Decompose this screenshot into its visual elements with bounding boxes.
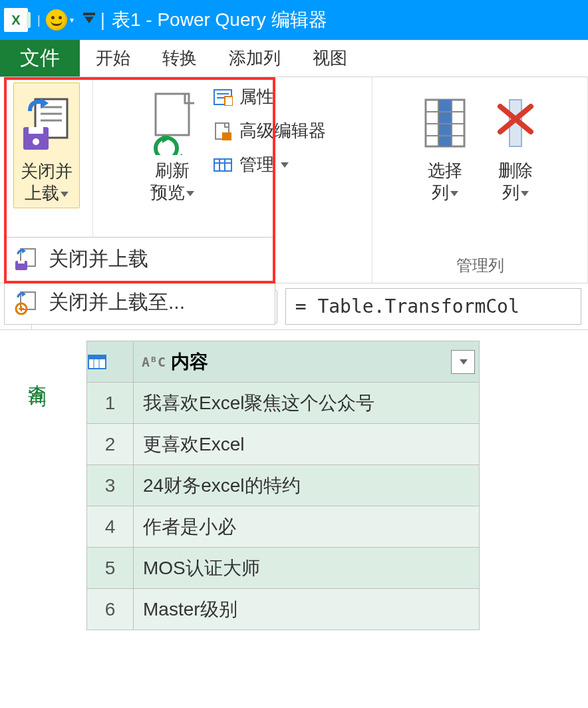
- table-row[interactable]: 4作者是小必: [87, 506, 480, 548]
- row-number: 1: [87, 383, 134, 424]
- chevron-down-icon: [460, 359, 468, 365]
- advanced-editor-icon: [212, 122, 234, 140]
- tab-transform[interactable]: 转换: [146, 40, 213, 77]
- qat-dropdown-icon[interactable]: ▾: [70, 15, 74, 25]
- refresh-preview-icon: [146, 91, 198, 155]
- ribbon: 关闭并 上载: [0, 77, 588, 283]
- qat-customize-icon[interactable]: [80, 17, 94, 23]
- queries-panel-collapsed[interactable]: 查询: [0, 330, 73, 630]
- cell[interactable]: 更喜欢Excel: [134, 424, 480, 465]
- row-number: 5: [87, 548, 134, 589]
- row-number: 3: [87, 465, 134, 506]
- cell[interactable]: 作者是小必: [134, 506, 480, 548]
- tab-file[interactable]: 文件: [0, 40, 80, 77]
- row-number: 4: [87, 506, 134, 548]
- window-title: 表1 - Power Query 编辑器: [112, 7, 327, 33]
- close-and-load-to-menuitem[interactable]: 关闭并上载至...: [5, 281, 275, 324]
- row-number: 2: [87, 424, 134, 465]
- cell[interactable]: Master级别: [134, 589, 480, 630]
- dropdown-arrow-icon: [281, 162, 289, 168]
- svg-rect-34: [88, 355, 106, 359]
- properties-label: 属性: [239, 85, 274, 108]
- svg-rect-11: [225, 96, 233, 106]
- choose-columns-button[interactable]: 选择 列: [414, 83, 476, 207]
- refresh-label-1: 刷新: [155, 160, 190, 180]
- manage-icon: [212, 156, 234, 174]
- content-area: 查询 AᴮC 内容 1我喜欢Excel聚焦这个公众号 2更喜欢Exce: [0, 330, 588, 630]
- dropdown-arrow-icon: [450, 191, 458, 196]
- remove-cols-label-1: 删除: [498, 160, 533, 180]
- svg-rect-13: [222, 132, 231, 140]
- close-load-dropdown: 关闭并上载 关闭并上载至...: [4, 237, 275, 325]
- column-header[interactable]: AᴮC 内容: [134, 341, 480, 383]
- close-load-icon: [21, 95, 73, 152]
- svg-point-6: [33, 138, 39, 145]
- table-icon: [87, 354, 107, 370]
- table-row[interactable]: 324财务excel的特约: [87, 465, 480, 506]
- ribbon-tabs: 文件 开始 转换 添加列 视图: [0, 40, 588, 77]
- close-and-load-menuitem[interactable]: 关闭并上载: [5, 238, 275, 281]
- cell[interactable]: MOS认证大师: [134, 548, 480, 589]
- table-row[interactable]: 6Master级别: [87, 589, 480, 630]
- data-grid: AᴮC 内容 1我喜欢Excel聚焦这个公众号 2更喜欢Excel 324财务e…: [86, 341, 480, 630]
- title-separator: |: [100, 9, 105, 31]
- remove-columns-icon: [491, 94, 540, 152]
- group-label-manage-columns: 管理列: [456, 251, 504, 283]
- close-load-label-2: 上载: [25, 183, 59, 203]
- choose-cols-label-2: 列: [432, 182, 449, 202]
- close-load-label-1: 关闭并: [21, 161, 73, 181]
- close-load-icon: [13, 246, 39, 273]
- excel-app-icon: X: [4, 8, 28, 32]
- smiley-icon[interactable]: [46, 9, 67, 31]
- cell[interactable]: 24财务excel的特约: [134, 465, 480, 506]
- column-filter-button[interactable]: [451, 350, 475, 374]
- select-all-corner[interactable]: [87, 341, 134, 383]
- tab-view[interactable]: 视图: [297, 40, 363, 77]
- refresh-preview-button[interactable]: 刷新 预览: [140, 83, 205, 207]
- table-row[interactable]: 1我喜欢Excel聚焦这个公众号: [87, 383, 480, 424]
- type-text-icon: AᴮC: [142, 354, 166, 370]
- row-number: 6: [87, 589, 134, 630]
- close-and-load-button[interactable]: 关闭并 上载: [13, 83, 80, 208]
- properties-button[interactable]: 属性: [212, 85, 326, 108]
- manage-label: 管理: [239, 153, 274, 176]
- cell[interactable]: 我喜欢Excel聚焦这个公众号: [134, 383, 480, 424]
- title-bar: X | ▾ | 表1 - Power Query 编辑器: [0, 0, 588, 40]
- svg-rect-5: [29, 127, 43, 134]
- column-header-label: 内容: [171, 349, 208, 375]
- close-load-to-icon: [13, 289, 39, 316]
- close-load-menuitem-label: 关闭并上载: [49, 246, 148, 273]
- dropdown-arrow-icon: [521, 191, 529, 196]
- qat-separator: |: [37, 13, 41, 27]
- dropdown-arrow-icon: [186, 191, 194, 196]
- table-row[interactable]: 5MOS认证大师: [87, 548, 480, 589]
- manage-button[interactable]: 管理: [212, 153, 326, 176]
- svg-rect-14: [214, 159, 231, 171]
- properties-icon: [212, 88, 234, 106]
- refresh-label-2: 预览: [150, 182, 185, 202]
- close-load-to-menuitem-label: 关闭并上载至...: [49, 289, 185, 316]
- advanced-editor-button[interactable]: 高级编辑器: [212, 119, 326, 142]
- remove-cols-label-2: 列: [502, 182, 519, 202]
- tab-add-column[interactable]: 添加列: [213, 40, 297, 77]
- queries-label: 查询: [24, 370, 49, 378]
- tab-home[interactable]: 开始: [80, 40, 146, 77]
- choose-cols-label-1: 选择: [428, 160, 462, 180]
- table-row[interactable]: 2更喜欢Excel: [87, 424, 480, 465]
- advanced-editor-label: 高级编辑器: [239, 119, 326, 142]
- remove-columns-button[interactable]: 删除 列: [484, 83, 547, 207]
- svg-rect-30: [18, 261, 25, 264]
- dropdown-arrow-icon: [61, 192, 69, 197]
- formula-input[interactable]: = Table.TransformCol: [285, 288, 581, 325]
- choose-columns-icon: [420, 94, 470, 152]
